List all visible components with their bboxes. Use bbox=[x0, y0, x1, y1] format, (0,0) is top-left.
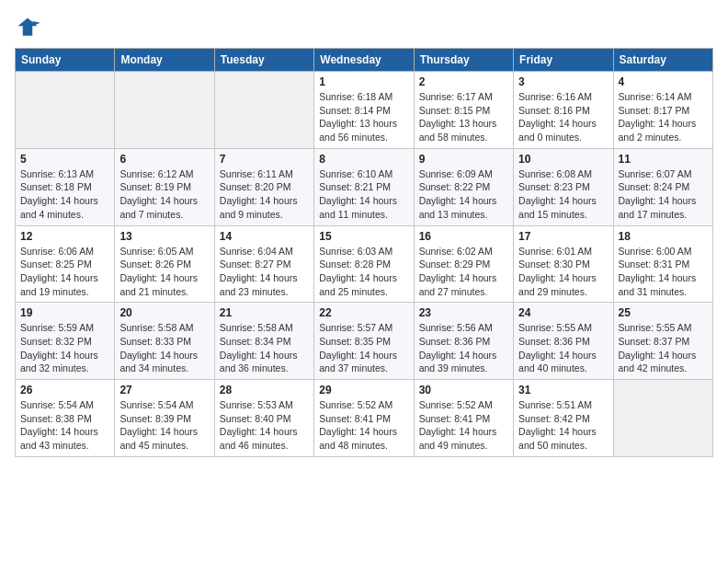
day-number: 16 bbox=[419, 230, 508, 243]
day-number: 8 bbox=[319, 153, 408, 166]
calendar-cell: 15Sunrise: 6:03 AMSunset: 8:28 PMDayligh… bbox=[314, 225, 414, 303]
calendar-cell: 19Sunrise: 5:59 AMSunset: 8:32 PMDayligh… bbox=[16, 303, 115, 380]
day-number: 2 bbox=[419, 75, 508, 88]
calendar-cell: 12Sunrise: 6:06 AMSunset: 8:25 PMDayligh… bbox=[16, 225, 115, 303]
day-number: 9 bbox=[419, 153, 508, 166]
calendar-cell: 13Sunrise: 6:05 AMSunset: 8:26 PMDayligh… bbox=[115, 225, 214, 303]
day-number: 25 bbox=[619, 306, 708, 319]
day-info: Sunrise: 5:55 AMSunset: 8:37 PMDaylight:… bbox=[619, 321, 708, 375]
calendar-cell: 16Sunrise: 6:02 AMSunset: 8:29 PMDayligh… bbox=[414, 225, 513, 303]
day-info: Sunrise: 6:03 AMSunset: 8:28 PMDaylight:… bbox=[319, 245, 408, 299]
day-number: 14 bbox=[220, 230, 309, 243]
calendar-cell: 8Sunrise: 6:10 AMSunset: 8:21 PMDaylight… bbox=[314, 148, 414, 225]
day-number: 24 bbox=[518, 306, 608, 319]
calendar-cell: 14Sunrise: 6:04 AMSunset: 8:27 PMDayligh… bbox=[214, 225, 313, 303]
day-info: Sunrise: 6:13 AMSunset: 8:18 PMDaylight:… bbox=[20, 167, 109, 222]
calendar-cell: 29Sunrise: 5:52 AMSunset: 8:41 PMDayligh… bbox=[314, 380, 414, 457]
day-info: Sunrise: 6:11 AMSunset: 8:20 PMDaylight:… bbox=[220, 167, 309, 222]
day-number: 23 bbox=[419, 306, 508, 319]
day-number: 17 bbox=[518, 230, 608, 243]
day-info: Sunrise: 5:57 AMSunset: 8:35 PMDaylight:… bbox=[319, 321, 408, 375]
calendar-cell: 11Sunrise: 6:07 AMSunset: 8:24 PMDayligh… bbox=[613, 148, 712, 225]
calendar-cell: 31Sunrise: 5:51 AMSunset: 8:42 PMDayligh… bbox=[514, 380, 613, 457]
calendar-cell: 25Sunrise: 5:55 AMSunset: 8:37 PMDayligh… bbox=[613, 303, 712, 380]
day-info: Sunrise: 6:08 AMSunset: 8:23 PMDaylight:… bbox=[518, 167, 608, 222]
calendar-cell: 5Sunrise: 6:13 AMSunset: 8:18 PMDaylight… bbox=[16, 148, 115, 225]
day-number: 29 bbox=[319, 384, 408, 396]
weekday-header-friday: Friday bbox=[514, 49, 613, 72]
day-number: 6 bbox=[119, 153, 209, 166]
calendar-cell: 22Sunrise: 5:57 AMSunset: 8:35 PMDayligh… bbox=[314, 303, 414, 380]
day-info: Sunrise: 5:51 AMSunset: 8:42 PMDaylight:… bbox=[518, 398, 608, 453]
calendar-cell: 26Sunrise: 5:54 AMSunset: 8:38 PMDayligh… bbox=[16, 380, 115, 457]
calendar-cell: 3Sunrise: 6:16 AMSunset: 8:16 PMDaylight… bbox=[514, 72, 613, 149]
calendar-week-2: 5Sunrise: 6:13 AMSunset: 8:18 PMDaylight… bbox=[16, 148, 713, 225]
day-number: 21 bbox=[220, 306, 309, 319]
calendar-week-1: 1Sunrise: 6:18 AMSunset: 8:14 PMDaylight… bbox=[16, 72, 713, 149]
day-info: Sunrise: 6:02 AMSunset: 8:29 PMDaylight:… bbox=[419, 245, 508, 299]
calendar-cell: 23Sunrise: 5:56 AMSunset: 8:36 PMDayligh… bbox=[414, 303, 513, 380]
day-info: Sunrise: 6:16 AMSunset: 8:16 PMDaylight:… bbox=[518, 90, 608, 144]
day-info: Sunrise: 5:52 AMSunset: 8:41 PMDaylight:… bbox=[319, 398, 408, 453]
day-number: 20 bbox=[119, 306, 209, 319]
day-info: Sunrise: 5:54 AMSunset: 8:39 PMDaylight:… bbox=[119, 398, 209, 453]
calendar-cell: 18Sunrise: 6:00 AMSunset: 8:31 PMDayligh… bbox=[613, 225, 712, 303]
calendar-cell bbox=[613, 380, 712, 457]
calendar-cell: 27Sunrise: 5:54 AMSunset: 8:39 PMDayligh… bbox=[115, 380, 214, 457]
day-info: Sunrise: 5:54 AMSunset: 8:38 PMDaylight:… bbox=[20, 398, 109, 453]
day-info: Sunrise: 6:06 AMSunset: 8:25 PMDaylight:… bbox=[20, 245, 109, 299]
calendar-cell: 9Sunrise: 6:09 AMSunset: 8:22 PMDaylight… bbox=[414, 148, 513, 225]
day-info: Sunrise: 5:59 AMSunset: 8:32 PMDaylight:… bbox=[20, 321, 109, 375]
day-info: Sunrise: 6:17 AMSunset: 8:15 PMDaylight:… bbox=[419, 90, 508, 144]
day-number: 27 bbox=[119, 384, 209, 396]
day-info: Sunrise: 6:09 AMSunset: 8:22 PMDaylight:… bbox=[419, 167, 508, 222]
day-number: 10 bbox=[518, 153, 608, 166]
weekday-header-wednesday: Wednesday bbox=[314, 49, 414, 72]
calendar-cell: 28Sunrise: 5:53 AMSunset: 8:40 PMDayligh… bbox=[214, 380, 313, 457]
day-number: 7 bbox=[220, 153, 309, 166]
day-info: Sunrise: 6:12 AMSunset: 8:19 PMDaylight:… bbox=[119, 167, 209, 222]
day-info: Sunrise: 6:01 AMSunset: 8:30 PMDaylight:… bbox=[518, 245, 608, 299]
calendar-week-5: 26Sunrise: 5:54 AMSunset: 8:38 PMDayligh… bbox=[16, 380, 713, 457]
day-number: 1 bbox=[319, 75, 408, 88]
calendar-cell: 30Sunrise: 5:52 AMSunset: 8:41 PMDayligh… bbox=[414, 380, 513, 457]
weekday-header-sunday: Sunday bbox=[16, 49, 115, 72]
day-info: Sunrise: 6:18 AMSunset: 8:14 PMDaylight:… bbox=[319, 90, 408, 144]
weekday-header-saturday: Saturday bbox=[613, 49, 712, 72]
logo-icon bbox=[15, 15, 40, 40]
calendar-cell: 2Sunrise: 6:17 AMSunset: 8:15 PMDaylight… bbox=[414, 72, 513, 149]
day-info: Sunrise: 5:56 AMSunset: 8:36 PMDaylight:… bbox=[419, 321, 508, 375]
calendar-cell: 20Sunrise: 5:58 AMSunset: 8:33 PMDayligh… bbox=[115, 303, 214, 380]
day-number: 12 bbox=[20, 230, 109, 243]
calendar-cell: 10Sunrise: 6:08 AMSunset: 8:23 PMDayligh… bbox=[514, 148, 613, 225]
day-number: 30 bbox=[419, 384, 508, 396]
day-info: Sunrise: 5:52 AMSunset: 8:41 PMDaylight:… bbox=[419, 398, 508, 453]
calendar-cell: 7Sunrise: 6:11 AMSunset: 8:20 PMDaylight… bbox=[214, 148, 313, 225]
day-info: Sunrise: 5:58 AMSunset: 8:33 PMDaylight:… bbox=[119, 321, 209, 375]
day-info: Sunrise: 6:14 AMSunset: 8:17 PMDaylight:… bbox=[619, 90, 708, 144]
day-number: 13 bbox=[119, 230, 209, 243]
day-number: 11 bbox=[619, 153, 708, 166]
day-info: Sunrise: 6:00 AMSunset: 8:31 PMDaylight:… bbox=[619, 245, 708, 299]
calendar-cell: 4Sunrise: 6:14 AMSunset: 8:17 PMDaylight… bbox=[613, 72, 712, 149]
weekday-header-monday: Monday bbox=[115, 49, 214, 72]
svg-marker-0 bbox=[18, 18, 38, 36]
day-number: 3 bbox=[518, 75, 608, 88]
day-number: 19 bbox=[20, 306, 109, 319]
day-number: 4 bbox=[619, 75, 708, 88]
day-number: 31 bbox=[518, 384, 608, 396]
calendar-week-3: 12Sunrise: 6:06 AMSunset: 8:25 PMDayligh… bbox=[16, 225, 713, 303]
calendar-cell: 17Sunrise: 6:01 AMSunset: 8:30 PMDayligh… bbox=[514, 225, 613, 303]
page-header bbox=[15, 15, 713, 40]
calendar-cell bbox=[115, 72, 214, 149]
calendar-cell bbox=[214, 72, 313, 149]
day-number: 5 bbox=[20, 153, 109, 166]
day-number: 26 bbox=[20, 384, 109, 396]
calendar-cell: 6Sunrise: 6:12 AMSunset: 8:19 PMDaylight… bbox=[115, 148, 214, 225]
weekday-header-tuesday: Tuesday bbox=[214, 49, 313, 72]
day-number: 22 bbox=[319, 306, 408, 319]
calendar-table: SundayMondayTuesdayWednesdayThursdayFrid… bbox=[15, 48, 713, 457]
weekday-header-thursday: Thursday bbox=[414, 49, 513, 72]
day-number: 15 bbox=[319, 230, 408, 243]
calendar-week-4: 19Sunrise: 5:59 AMSunset: 8:32 PMDayligh… bbox=[16, 303, 713, 380]
